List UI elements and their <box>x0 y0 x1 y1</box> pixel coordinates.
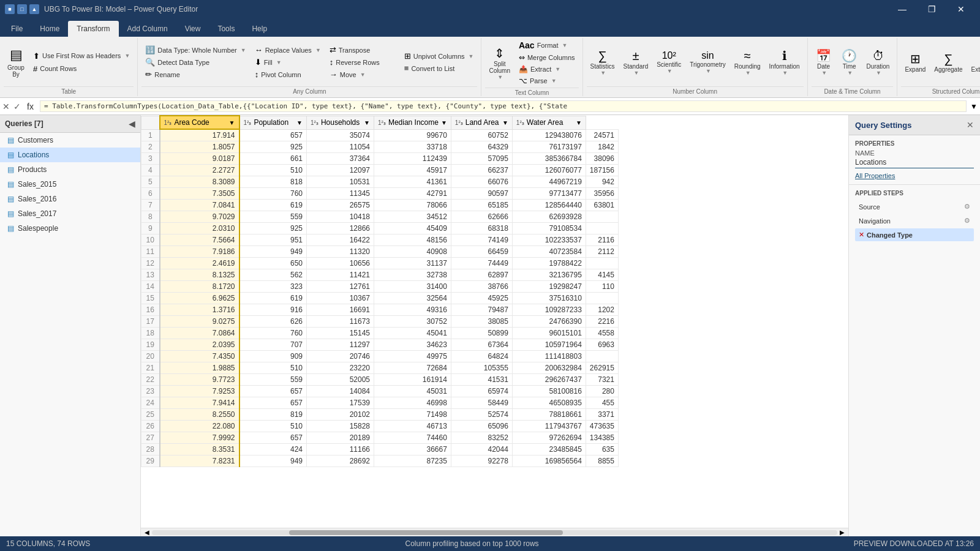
statistics-label: Statistics <box>590 63 615 70</box>
area-code-cell: 7.0864 <box>160 328 239 339</box>
expand-label: Expand <box>905 66 925 73</box>
tab-tools[interactable]: Tools <box>209 21 243 37</box>
tab-help[interactable]: Help <box>243 21 276 37</box>
formula-expand-icon[interactable]: ▼ <box>970 102 978 111</box>
tab-home[interactable]: Home <box>31 21 68 37</box>
parse-label: Parse <box>530 77 548 84</box>
tab-add-column[interactable]: Add Column <box>119 21 176 37</box>
information-button[interactable]: ℹ Information ▼ <box>766 46 804 78</box>
minimize-button[interactable]: — <box>888 0 916 18</box>
median-income-filter-icon[interactable]: ▼ <box>441 119 447 126</box>
step-changed-type-delete-icon[interactable]: ✕ <box>859 231 864 239</box>
households-header[interactable]: 1²₃ Households ▼ <box>307 116 374 129</box>
date-button[interactable]: 📅 Date ▼ <box>812 46 836 78</box>
scroll-track[interactable] <box>152 530 837 535</box>
area-code-cell: 8.3531 <box>160 444 239 455</box>
reverse-rows-button[interactable]: ↕ Reverse Rows <box>326 56 399 68</box>
merge-columns-button[interactable]: ⇔ Merge Columns <box>515 52 579 63</box>
population-header[interactable]: 1²₃ Population ▼ <box>239 116 307 129</box>
step-changed-type[interactable]: ✕ Changed Type <box>855 228 974 241</box>
step-navigation-settings-icon[interactable]: ⚙ <box>964 217 970 225</box>
sidebar-item-sales2015[interactable]: ▤ Sales_2015 <box>0 177 140 192</box>
data-table-container[interactable]: 1²₃ Area Code ▼ 1²₃ Population ▼ <box>141 115 848 528</box>
row-number-cell: 28 <box>141 444 160 455</box>
horizontal-scrollbar[interactable]: ◀ ▶ <box>141 528 848 536</box>
standard-button[interactable]: ± Standard ▼ <box>620 47 652 78</box>
query-settings-header: Query Settings ✕ <box>849 115 980 135</box>
sidebar-item-products[interactable]: ▤ Products <box>0 162 140 177</box>
table-row: 67.35057601134542791905979771347735956 <box>141 188 619 200</box>
households-type-icon: 1²₃ <box>311 119 318 126</box>
data-type-button[interactable]: 🔢 Data Type: Whole Number ▼ <box>141 44 249 56</box>
area-code-filter-icon[interactable]: ▼ <box>229 119 235 126</box>
sidebar-item-salespeople[interactable]: ▤ Salespeople <box>0 221 140 236</box>
expand-button[interactable]: ⊞ Expand <box>901 49 929 75</box>
tab-view[interactable]: View <box>176 21 209 37</box>
parse-button[interactable]: ⌥ Parse ▼ <box>515 75 579 86</box>
use-first-row-button[interactable]: ⬆ Use First Row as Headers ▼ <box>29 50 134 62</box>
table-group-content: ▤ GroupBy ⬆ Use First Row as Headers ▼ #… <box>4 39 134 85</box>
tab-file[interactable]: File <box>2 21 31 37</box>
land-area-header[interactable]: 1²₃ Land Area ▼ <box>451 116 512 129</box>
step-source[interactable]: Source ⚙ <box>855 200 974 213</box>
pivot-column-button[interactable]: ↕ Pivot Column <box>251 69 325 80</box>
scroll-left-button[interactable]: ◀ <box>142 529 152 536</box>
statistics-button[interactable]: ∑ Statistics ▼ <box>587 47 619 78</box>
area-code-header[interactable]: 1²₃ Area Code ▼ <box>160 116 239 129</box>
sidebar-item-customers[interactable]: ▤ Customers <box>0 133 140 148</box>
move-button[interactable]: → Move ▼ <box>326 69 399 80</box>
trigonometry-button[interactable]: sin Trigonometry ▼ <box>686 48 729 77</box>
sidebar-item-sales2017[interactable]: ▤ Sales_2017 <box>0 206 140 221</box>
scientific-icon: 10² <box>662 50 676 61</box>
detect-data-type-button[interactable]: 🔍 Detect Data Type <box>141 56 249 68</box>
sidebar-item-sales2016[interactable]: ▤ Sales_2016 <box>0 192 140 206</box>
land-area-2-cell: 111418803 <box>512 351 586 362</box>
households-filter-icon[interactable]: ▼ <box>364 119 370 126</box>
fill-button[interactable]: ⬇ Fill ▼ <box>251 56 325 68</box>
land-area-filter-icon[interactable]: ▼ <box>502 119 508 126</box>
group-by-button[interactable]: ▤ GroupBy <box>4 45 28 80</box>
water-area-cell: 2116 <box>586 234 618 246</box>
tab-transform[interactable]: Transform <box>68 21 118 37</box>
format-button[interactable]: Aac Format ▼ <box>515 39 579 51</box>
water-area-filter-icon[interactable]: ▼ <box>576 119 582 126</box>
aggregate-button[interactable]: ∑ Aggregate <box>930 50 966 75</box>
extract-button[interactable]: 📤 Extract ▼ <box>515 64 579 75</box>
split-column-button[interactable]: ⇕ SplitColumn ▼ <box>485 43 513 83</box>
maximize-button[interactable]: ❐ <box>918 0 946 18</box>
query-name-value[interactable]: Locations <box>855 158 974 168</box>
scientific-label: Scientific <box>657 61 681 68</box>
water-area-header[interactable]: 1²₃ Water Area ▼ <box>512 116 586 129</box>
standard-label: Standard <box>624 63 649 70</box>
step-source-settings-icon[interactable]: ⚙ <box>964 203 970 211</box>
median-income-cell: 30752 <box>374 316 451 328</box>
all-properties-link[interactable]: All Properties <box>855 172 974 179</box>
query-settings-close-button[interactable]: ✕ <box>967 120 974 130</box>
sidebar-item-locations[interactable]: ▤ Locations <box>0 148 140 162</box>
rounding-button[interactable]: ≈ Rounding ▼ <box>731 47 764 78</box>
median-income-header[interactable]: 1²₃ Median Income ▼ <box>374 116 451 129</box>
duration-button[interactable]: ⏱ Duration ▼ <box>863 47 894 78</box>
rename-button[interactable]: ✏ Rename <box>141 69 249 80</box>
scroll-thumb[interactable] <box>289 530 564 535</box>
sidebar-collapse-button[interactable]: ◀ <box>129 119 135 129</box>
close-button[interactable]: ✕ <box>947 0 975 18</box>
fx-label: fx <box>24 102 36 111</box>
unpivot-button[interactable]: ⊞ Unpivot Columns ▼ <box>401 50 478 62</box>
population-filter-icon[interactable]: ▼ <box>296 119 303 126</box>
confirm-formula-icon[interactable]: ✓ <box>13 102 21 111</box>
extract-values-button[interactable]: ↗ Extract Values <box>968 49 981 75</box>
replace-values-button[interactable]: ↔ Replace Values ▼ <box>251 44 325 56</box>
title-bar-app-icons: ■ □ ▲ <box>5 4 39 14</box>
step-navigation[interactable]: Navigation ⚙ <box>855 214 974 227</box>
scientific-button[interactable]: 10² Scientific ▼ <box>653 48 685 77</box>
table-row: 107.56649511642248156741491022335372116 <box>141 234 619 246</box>
formula-input[interactable]: = Table.TransformColumnTypes(Location_Da… <box>40 100 967 112</box>
convert-list-button[interactable]: ≡ Convert to List <box>401 62 478 74</box>
transpose-button[interactable]: ⇄ Transpose <box>326 44 399 56</box>
row-number-cell: 7 <box>141 200 160 211</box>
scroll-right-button[interactable]: ▶ <box>837 529 847 536</box>
count-rows-button[interactable]: # Count Rows <box>29 63 134 75</box>
time-button[interactable]: 🕐 Time ▼ <box>837 46 862 78</box>
cancel-formula-icon[interactable]: ✕ <box>2 102 10 111</box>
